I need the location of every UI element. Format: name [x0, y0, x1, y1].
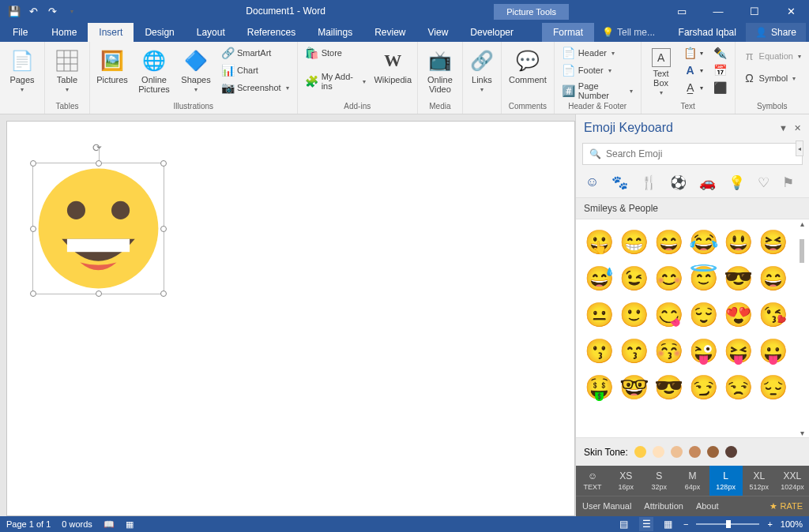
emoji-cell[interactable]: 😔 — [758, 369, 788, 404]
chart-button[interactable]: 📊Chart — [218, 62, 292, 78]
pane-close-icon[interactable]: ✕ — [794, 123, 801, 133]
zoom-slider[interactable] — [696, 523, 759, 525]
wordart-button[interactable]: A▾ — [681, 62, 706, 78]
signed-in-user[interactable]: Farshad Iqbal — [669, 23, 746, 42]
emoji-cell[interactable]: 😛 — [758, 333, 788, 368]
pane-collapse-toggle[interactable]: ◂ — [796, 140, 803, 156]
zoom-out-icon[interactable]: − — [683, 519, 688, 529]
read-mode-icon[interactable]: ▤ — [617, 519, 631, 530]
skin-tone-swatch[interactable] — [671, 446, 683, 458]
emoji-cell[interactable]: 😄 — [653, 224, 683, 259]
web-layout-icon[interactable]: ▦ — [661, 519, 675, 530]
tell-me-search[interactable]: 💡 Tell me... — [594, 23, 663, 42]
text-box-button[interactable]: AText Box▾ — [646, 45, 676, 96]
quick-parts-button[interactable]: 📋▾ — [681, 45, 706, 61]
macro-icon[interactable]: ▦ — [126, 519, 134, 530]
close-icon[interactable]: ✕ — [773, 0, 809, 22]
rotate-handle-icon[interactable]: ⟳ — [92, 141, 102, 154]
emoji-cell[interactable]: 🤓 — [619, 369, 649, 404]
selected-picture[interactable]: ⟳ — [32, 163, 164, 294]
emoji-cell[interactable]: 😄 — [758, 260, 788, 295]
tab-insert[interactable]: Insert — [88, 23, 134, 42]
tab-layout[interactable]: Layout — [186, 23, 236, 42]
undo-icon[interactable]: ↶ — [27, 5, 40, 17]
resize-handle[interactable] — [160, 226, 167, 232]
emoji-cell[interactable]: 🤑 — [584, 369, 614, 404]
cat-activities-icon[interactable]: ⚽ — [670, 174, 687, 191]
save-icon[interactable]: 💾 — [8, 5, 21, 17]
tab-references[interactable]: References — [236, 23, 307, 42]
wikipedia-button[interactable]: WWikipedia — [374, 45, 412, 84]
symbol-button[interactable]: ΩSymbol — [740, 70, 804, 86]
pane-dropdown-icon[interactable]: ▼ — [779, 123, 788, 133]
emoji-cell[interactable]: 😗 — [584, 333, 614, 368]
emoji-cell[interactable]: 😆 — [758, 224, 788, 259]
pictures-button[interactable]: 🖼️Pictures — [95, 45, 130, 84]
skin-tone-swatch[interactable] — [707, 446, 719, 458]
footer-button[interactable]: 📄Footer — [559, 62, 636, 78]
emoji-cell[interactable]: 🙂 — [619, 297, 649, 332]
emoji-cell[interactable]: 😒 — [723, 369, 753, 404]
cat-food-icon[interactable]: 🍴 — [641, 174, 657, 191]
my-addins-button[interactable]: 🧩My Add-ins — [303, 70, 369, 92]
resize-handle[interactable] — [96, 160, 102, 167]
skin-tone-swatch[interactable] — [725, 446, 737, 458]
skin-tone-swatch[interactable] — [653, 446, 664, 458]
cat-objects-icon[interactable]: 💡 — [728, 174, 745, 191]
scroll-down-icon[interactable]: ▾ — [800, 429, 804, 437]
emoji-cell[interactable]: 😐 — [584, 297, 614, 332]
tab-format[interactable]: Format — [542, 23, 594, 42]
resize-handle[interactable] — [30, 290, 36, 297]
emoji-cell[interactable]: 😝 — [723, 333, 753, 368]
emoji-search-input[interactable] — [606, 148, 796, 159]
rate-button[interactable]: ★ RATE — [769, 501, 803, 511]
links-button[interactable]: 🔗Links▾ — [468, 45, 496, 93]
share-button[interactable]: 👤 Share — [746, 23, 806, 42]
scroll-up-icon[interactable]: ▴ — [800, 219, 804, 228]
link-attribution[interactable]: Attribution — [644, 501, 683, 511]
emoji-cell[interactable]: 😘 — [758, 297, 788, 332]
table-button[interactable]: Table ▾ — [50, 45, 85, 93]
size-m[interactable]: M64px — [675, 466, 709, 496]
zoom-in-icon[interactable]: + — [767, 519, 772, 529]
size-xl[interactable]: XL512px — [743, 466, 776, 496]
emoji-cell[interactable]: 😜 — [688, 333, 718, 368]
object-button[interactable]: ⬛ — [711, 80, 730, 96]
resize-handle[interactable] — [30, 226, 36, 232]
emoji-cell[interactable]: 😎 — [723, 260, 753, 295]
emoji-cell[interactable]: 😁 — [619, 224, 649, 259]
size-xxl[interactable]: XXL1024px — [776, 466, 809, 496]
print-layout-icon[interactable]: ☰ — [639, 517, 653, 531]
cat-animals-icon[interactable]: 🐾 — [611, 174, 628, 191]
resize-handle[interactable] — [30, 160, 36, 167]
tab-file[interactable]: File — [0, 23, 40, 42]
comment-button[interactable]: 💬Comment — [506, 45, 549, 84]
online-pictures-button[interactable]: 🌐Online Pictures — [134, 45, 174, 94]
store-button[interactable]: 🛍️Store — [303, 45, 369, 61]
emoji-cell[interactable]: 😌 — [688, 297, 718, 332]
page-indicator[interactable]: Page 1 of 1 — [6, 519, 51, 529]
cat-symbols-icon[interactable]: ♡ — [758, 174, 769, 191]
emoji-cell[interactable]: 😚 — [653, 333, 683, 368]
qat-customize-icon[interactable] — [65, 5, 77, 17]
maximize-icon[interactable]: ☐ — [736, 0, 773, 22]
word-count[interactable]: 0 words — [62, 519, 92, 529]
cat-travel-icon[interactable]: 🚗 — [699, 174, 716, 191]
size-xs[interactable]: XS16px — [609, 466, 642, 496]
spell-check-icon[interactable]: 📖 — [103, 519, 115, 530]
cat-flags-icon[interactable]: ⚑ — [782, 174, 794, 191]
tab-mailings[interactable]: Mailings — [307, 23, 363, 42]
skin-tone-swatch[interactable] — [634, 446, 646, 458]
emoji-cell[interactable]: 😏 — [688, 369, 718, 404]
size-text[interactable]: ☺TEXT — [576, 466, 609, 496]
resize-handle[interactable] — [160, 160, 167, 167]
emoji-cell[interactable]: 😋 — [653, 297, 683, 332]
emoji-cell[interactable]: 😅 — [584, 260, 614, 295]
emoji-cell[interactable]: 😇 — [688, 260, 718, 295]
emoji-cell[interactable]: 😙 — [619, 333, 649, 368]
emoji-scrollbar[interactable]: ▴ ▾ — [796, 219, 807, 437]
tab-developer[interactable]: Developer — [459, 23, 525, 42]
size-s[interactable]: S32px — [642, 466, 675, 496]
resize-handle[interactable] — [96, 290, 102, 297]
drop-cap-button[interactable]: A̲▾ — [681, 80, 706, 96]
